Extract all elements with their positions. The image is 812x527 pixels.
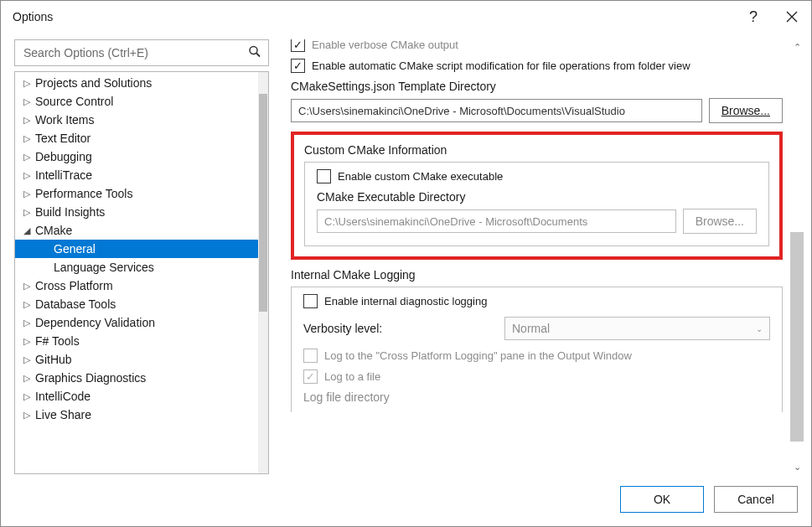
custom-cmake-highlight: Custom CMake Information Enable custom C… <box>291 132 783 260</box>
log-file-row: ✓ Log to a file <box>303 369 770 384</box>
auto-modify-label: Enable automatic CMake script modificati… <box>312 59 690 72</box>
exec-dir-row: C:\Users\sinemakinci\OneDrive - Microsof… <box>317 209 757 234</box>
category-tree[interactable]: ▷Projects and Solutions▷Source Control▷W… <box>15 72 258 473</box>
collapsed-arrow-icon: ▷ <box>20 115 34 126</box>
enable-custom-checkbox[interactable] <box>317 169 331 183</box>
tree-item-intellitrace[interactable]: ▷IntelliTrace <box>15 166 258 184</box>
panel-scrollbar[interactable]: ⌃ ⌄ <box>789 39 804 474</box>
template-dir-input[interactable]: C:\Users\sinemakinci\OneDrive - Microsof… <box>291 99 702 122</box>
log-pane-checkbox <box>303 349 318 363</box>
exec-browse-button: Browse... <box>683 209 757 234</box>
enable-custom-label: Enable custom CMake executable <box>338 170 503 183</box>
search-input[interactable] <box>22 45 243 60</box>
panel-scrollbar-thumb[interactable] <box>790 232 804 442</box>
tree-item-label: Dependency Validation <box>35 316 155 329</box>
tree-scrollbar[interactable] <box>258 72 268 473</box>
tree-item-text-editor[interactable]: ▷Text Editor <box>15 129 258 147</box>
enable-logging-checkbox[interactable] <box>303 294 318 308</box>
tree-item-cross-platform[interactable]: ▷Cross Platform <box>15 276 258 295</box>
left-panel: ▷Projects and Solutions▷Source Control▷W… <box>14 39 269 474</box>
collapsed-arrow-icon: ▷ <box>20 354 34 365</box>
tree-item-f-tools[interactable]: ▷F# Tools <box>15 332 258 350</box>
collapsed-arrow-icon: ▷ <box>20 391 34 402</box>
dialog-footer: OK Cancel <box>1 474 811 526</box>
collapsed-arrow-icon: ▷ <box>20 152 34 163</box>
tree-item-label: CMake <box>35 224 72 237</box>
tree-item-github[interactable]: ▷GitHub <box>15 350 258 369</box>
tree-item-projects-and-solutions[interactable]: ▷Projects and Solutions <box>15 74 258 92</box>
log-pane-label: Log to the "Cross Platform Logging" pane… <box>324 349 632 362</box>
scroll-up-icon[interactable]: ⌃ <box>789 39 804 54</box>
tree-item-debugging[interactable]: ▷Debugging <box>15 147 258 166</box>
exec-dir-input: C:\Users\sinemakinci\OneDrive - Microsof… <box>317 209 676 233</box>
ok-button[interactable]: OK <box>620 486 704 513</box>
tree-item-label: IntelliCode <box>35 390 91 403</box>
tree-item-cmake[interactable]: ◢CMake <box>15 221 258 240</box>
search-icon[interactable] <box>248 45 261 61</box>
help-button[interactable]: ? <box>734 1 773 33</box>
tree-item-graphics-diagnostics[interactable]: ▷Graphics Diagnostics <box>15 369 258 387</box>
tree-item-intellicode[interactable]: ▷IntelliCode <box>15 387 258 406</box>
tree-item-label: Debugging <box>35 150 92 163</box>
cancel-button[interactable]: Cancel <box>714 486 798 513</box>
search-wrapper <box>14 39 269 66</box>
collapsed-arrow-icon: ▷ <box>20 299 34 310</box>
verbose-output-checkbox[interactable]: ✓ <box>291 39 305 52</box>
log-file-dir-label: Log file directory <box>303 390 770 404</box>
tree-item-label: Work Items <box>35 113 95 127</box>
enable-custom-row: Enable custom CMake executable <box>317 169 757 183</box>
custom-cmake-group: Enable custom CMake executable CMake Exe… <box>304 162 769 246</box>
exec-dir-label: CMake Executable Directory <box>317 190 757 204</box>
tree-item-label: Graphics Diagnostics <box>35 371 146 385</box>
expanded-arrow-icon: ◢ <box>20 225 34 236</box>
settings-panel: ✓ Enable verbose CMake output ✓ Enable a… <box>277 39 788 474</box>
tree-item-general[interactable]: ▷General <box>15 240 258 258</box>
template-browse-button[interactable]: Browse... <box>709 98 783 123</box>
tree-item-label: F# Tools <box>35 334 80 348</box>
tree-item-label: Language Services <box>54 261 154 274</box>
close-button[interactable] <box>773 1 811 33</box>
collapsed-arrow-icon: ▷ <box>20 170 34 181</box>
verbosity-label: Verbosity level: <box>303 322 496 335</box>
tree-item-source-control[interactable]: ▷Source Control <box>15 92 258 111</box>
dialog-title: Options <box>13 10 734 23</box>
tree-item-performance-tools[interactable]: ▷Performance Tools <box>15 184 258 203</box>
custom-cmake-title: Custom CMake Information <box>304 143 769 157</box>
close-icon <box>786 11 798 23</box>
verbosity-row: Verbosity level: Normal ⌄ <box>303 317 770 340</box>
category-tree-container: ▷Projects and Solutions▷Source Control▷W… <box>14 71 269 474</box>
logging-group: Enable internal diagnostic logging Verbo… <box>291 287 783 412</box>
collapsed-arrow-icon: ▷ <box>20 207 34 218</box>
tree-item-label: Database Tools <box>35 297 116 311</box>
log-file-label: Log to a file <box>324 370 380 383</box>
options-dialog: Options ? ▷Projects and Solutions▷Source… <box>0 0 812 527</box>
dialog-body: ▷Projects and Solutions▷Source Control▷W… <box>1 33 811 474</box>
tree-item-label: GitHub <box>35 353 72 366</box>
template-dir-row: C:\Users\sinemakinci\OneDrive - Microsof… <box>291 98 783 123</box>
right-outer: ✓ Enable verbose CMake output ✓ Enable a… <box>277 39 804 474</box>
template-dir-label: CMakeSettings.json Template Directory <box>291 80 783 93</box>
collapsed-arrow-icon: ▷ <box>20 189 34 199</box>
auto-modify-checkbox[interactable]: ✓ <box>291 59 305 73</box>
tree-item-build-insights[interactable]: ▷Build Insights <box>15 203 258 221</box>
collapsed-arrow-icon: ▷ <box>20 281 34 292</box>
scroll-down-icon[interactable]: ⌄ <box>789 459 804 474</box>
tree-item-live-share[interactable]: ▷Live Share <box>15 406 258 424</box>
tree-item-dependency-validation[interactable]: ▷Dependency Validation <box>15 313 258 332</box>
tree-item-label: Live Share <box>35 408 91 421</box>
chevron-down-icon: ⌄ <box>756 324 763 333</box>
tree-item-label: Projects and Solutions <box>35 76 152 90</box>
tree-item-label: Source Control <box>35 95 113 108</box>
tree-item-label: IntelliTrace <box>35 168 92 182</box>
verbosity-select[interactable]: Normal ⌄ <box>504 317 770 340</box>
svg-point-0 <box>250 47 257 54</box>
log-file-checkbox: ✓ <box>303 369 318 384</box>
log-pane-row: Log to the "Cross Platform Logging" pane… <box>303 349 770 363</box>
tree-item-language-services[interactable]: ▷Language Services <box>15 258 258 276</box>
enable-logging-row: Enable internal diagnostic logging <box>303 294 770 308</box>
tree-item-work-items[interactable]: ▷Work Items <box>15 111 258 129</box>
tree-scrollbar-thumb[interactable] <box>259 94 267 312</box>
tree-item-database-tools[interactable]: ▷Database Tools <box>15 295 258 313</box>
tree-item-label: Performance Tools <box>35 187 132 200</box>
titlebar: Options ? <box>1 1 811 33</box>
